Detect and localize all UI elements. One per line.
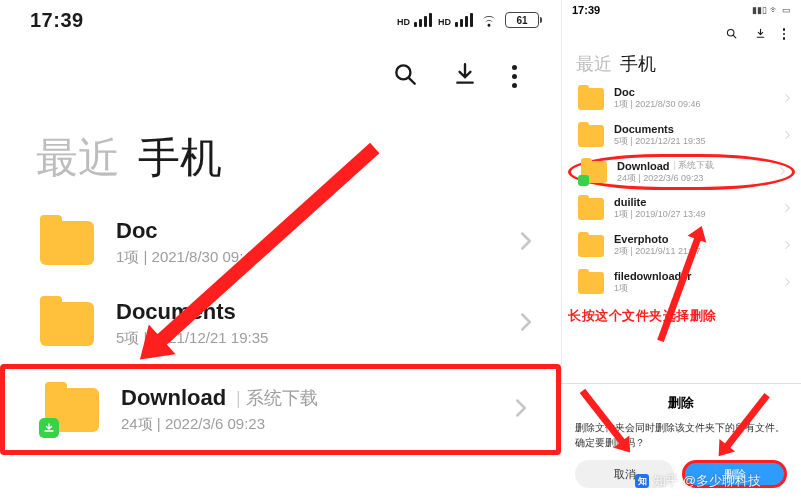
tab-recent[interactable]: 最近 [36, 130, 120, 186]
more-icon[interactable] [783, 28, 786, 40]
tab-phone[interactable]: 手机 [138, 130, 222, 186]
folder-tag: 系统下载 [674, 159, 715, 172]
folder-meta: 1项 | 2021/8/30 09:46 [614, 98, 774, 111]
folder-icon [578, 125, 604, 147]
chevron-right-icon [779, 166, 786, 178]
chevron-right-icon [784, 277, 791, 289]
tab-recent[interactable]: 最近 [576, 52, 612, 76]
chevron-right-icon [519, 312, 533, 336]
search-icon[interactable] [725, 27, 738, 42]
signal-1-icon: HD [397, 13, 432, 27]
signal-icon: ▮▮▯ [752, 5, 767, 15]
dialog-body-line2: 确定要删除吗？ [575, 435, 787, 450]
chevron-right-icon [784, 240, 791, 252]
folder-icon [578, 272, 604, 294]
signal-2-icon: HD [438, 13, 473, 27]
folder-icon [40, 302, 94, 346]
folder-row[interactable]: Documents 5项 | 2021/12/21 19:35 [562, 117, 801, 154]
folder-row-download-circled[interactable]: Download 系统下载 24项 | 2022/3/6 09:23 [568, 154, 795, 190]
tab-phone[interactable]: 手机 [620, 52, 656, 76]
zhihu-logo-icon: 知 [635, 474, 649, 488]
folder-row[interactable]: Doc 1项 | 2021/8/30 09:46 [0, 202, 561, 283]
wifi-icon [479, 10, 499, 30]
download-icon[interactable] [754, 27, 767, 42]
status-time: 17:39 [572, 4, 600, 16]
folder-meta: 5项 | 2021/12/21 19:35 [614, 135, 774, 148]
tabs: 最近 手机 [0, 112, 561, 196]
watermark-text: 知乎 @多少聊科技 [653, 472, 761, 490]
folder-name: Download [121, 385, 226, 411]
chevron-right-icon [514, 398, 528, 422]
svg-line-1 [409, 78, 415, 84]
folder-tag: 系统下载 [236, 386, 318, 410]
folder-icon [578, 235, 604, 257]
folder-meta: 1项 [614, 282, 774, 295]
wifi-icon: ᯤ [770, 5, 779, 15]
toolbar [562, 20, 801, 48]
folder-name: Doc [614, 86, 635, 98]
toolbar [0, 40, 561, 112]
status-bar: 17:39 ▮▮▯ᯤ▭ [562, 0, 801, 20]
chevron-right-icon [519, 231, 533, 255]
status-icons: HD HD 61 [397, 10, 539, 30]
folder-name: Documents [614, 123, 674, 135]
folder-icon [578, 198, 604, 220]
status-time: 17:39 [30, 9, 84, 32]
folder-list: Doc 1项 | 2021/8/30 09:46 Documents 5项 | … [562, 80, 801, 301]
chevron-right-icon [784, 93, 791, 105]
folder-icon [40, 221, 94, 265]
folder-name: Download [617, 160, 670, 172]
search-icon[interactable] [392, 61, 418, 91]
folder-row[interactable]: Documents 5项 | 2021/12/21 19:35 [0, 283, 561, 364]
folder-meta: 24项 | 2022/3/6 09:23 [617, 172, 769, 185]
folder-icon [578, 88, 604, 110]
tabs: 最近 手机 [562, 48, 801, 80]
status-bar: 17:39 HD HD 61 [0, 0, 561, 40]
chevron-right-icon [784, 130, 791, 142]
folder-row[interactable]: duilite 1项 | 2019/10/27 13:49 [562, 190, 801, 227]
folder-meta: 24项 | 2022/3/6 09:23 [121, 415, 492, 434]
folder-icon [45, 388, 99, 432]
folder-row[interactable]: Doc 1项 | 2021/8/30 09:46 [562, 80, 801, 117]
battery-icon: 61 [505, 12, 539, 28]
status-icons: ▮▮▯ᯤ▭ [752, 5, 791, 15]
folder-name: Doc [116, 218, 158, 244]
folder-icon [581, 161, 607, 183]
folder-meta: 1项 | 2019/10/27 13:49 [614, 208, 774, 221]
chevron-right-icon [784, 203, 791, 215]
more-icon[interactable] [512, 65, 517, 88]
download-icon[interactable] [452, 61, 478, 91]
folder-row[interactable]: Everphoto 2项 | 2021/9/11 21:47 [562, 227, 801, 264]
left-screenshot: 17:39 HD HD 61 最近 手机 [0, 0, 561, 500]
folder-name: Everphoto [614, 233, 668, 245]
folder-meta: 1项 | 2021/8/30 09:46 [116, 248, 497, 267]
watermark: 知 知乎 @多少聊科技 [635, 472, 761, 490]
svg-line-4 [733, 35, 736, 38]
download-badge-icon [578, 175, 589, 186]
battery-icon: ▭ [782, 5, 791, 15]
annotation-text: 长按这个文件夹选择删除 [562, 301, 801, 327]
folder-row-download-highlighted[interactable]: Download 系统下载 24项 | 2022/3/6 09:23 [0, 364, 561, 455]
folder-name: duilite [614, 196, 646, 208]
download-badge-icon [39, 418, 59, 438]
